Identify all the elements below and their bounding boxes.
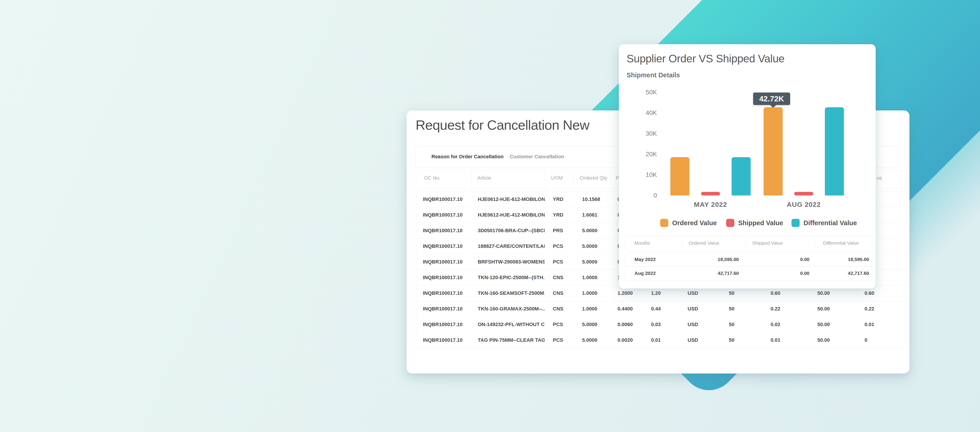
legend-label: Ordered Value [672,219,717,227]
x-axis-label: MAY 2022 [676,201,745,208]
table-cell: CNS [545,306,573,312]
table-cell: 0.22 [849,306,907,312]
table-cell: BRFSHTW-290083-WOMENS... [471,259,545,265]
chart-bar-differential-value[interactable] [825,107,844,195]
table-cell: 50 [715,337,756,343]
table-cell: 5.0000 [573,322,610,327]
y-axis-tick: 30K [619,130,657,137]
chart-bar-ordered-value[interactable] [764,107,783,195]
chart-bar-shipped-value[interactable] [701,192,720,195]
table-row[interactable]: INQBR100017.10ON-149232-PFL-WITHOUT C...… [417,316,906,332]
summary-table-row: Aug 202242,717.600.0042,717.60 [625,266,872,280]
y-axis-tick: 0 [619,192,657,199]
table-cell: USD [679,290,715,296]
table-cell: 10.1568 [573,196,610,202]
chart-bar-differential-value[interactable] [732,157,751,195]
x-axis-label: AUG 2022 [770,201,838,208]
table-cell: 1.0000 [573,306,610,312]
legend-label: Shipped Value [738,219,783,227]
table-row[interactable]: INQBR100017.10TAG PIN-75MM--CLEAR TAG...… [417,332,906,348]
table-cell: 50 [715,322,756,327]
legend-item[interactable]: Shipped Value [726,219,783,227]
table-row[interactable]: INQBR100017.10TKN-160-GRAMAX-2500M--...C… [417,301,906,316]
table-cell: 50 [715,290,756,296]
table-cell: 1.6061 [573,212,610,218]
summary-column-header: Shipped Value [746,238,815,248]
table-cell: 0.01 [849,322,907,327]
table-cell: USD [679,306,715,312]
table-cell: 0.0020 [610,337,644,343]
table-cell: HJE0612-HJE-412-MOBILON-... [471,212,545,218]
legend-label: Differential Value [803,219,857,227]
legend-swatch-icon [660,219,668,227]
summary-table-cell: May 2022 [625,257,682,262]
table-cell: INQBR100017.10 [417,337,471,343]
table-cell: 0.60 [756,290,801,296]
page-title: Request for Cancellation New [415,117,589,133]
summary-table-header: MonthsOrdered ValueShipped ValueDifferen… [625,236,872,250]
table-cell: CNS [545,275,573,281]
table-cell: INQBR100017.10 [417,212,471,218]
table-cell: INQBR100017.10 [417,290,471,296]
summary-table-cell: 0.00 [746,257,815,262]
table-cell: INQBR100017.10 [417,243,471,249]
table-cell: USD [679,337,715,343]
y-axis-tick: 10K [619,171,657,178]
legend-item[interactable]: Differential Value [791,219,857,227]
table-cell: PCS [545,322,573,327]
table-cell: INQBR100017.10 [417,306,471,312]
column-header: OC No. [417,171,471,189]
table-cell: 0.02 [756,322,801,327]
summary-table-cell: 0.00 [746,270,815,276]
summary-table-cell: 42,717.60 [682,270,746,276]
table-cell: 0.22 [756,306,801,312]
y-axis-tick: 20K [619,151,657,158]
table-cell: PCS [545,259,573,265]
table-cell: 50.00 [801,306,849,312]
summary-table-row: May 202218,595.000.0018,595.00 [625,253,872,266]
table-cell: INQBR100017.10 [417,322,471,327]
table-cell: YRD [545,212,573,218]
summary-table-cell: 18,595.00 [682,257,746,262]
table-cell: HJE0612-HJE-612-MOBILON-... [471,196,545,202]
table-cell: 0.60 [849,290,907,296]
table-cell: INQBR100017.10 [417,196,471,202]
table-cell: YRD [545,196,573,202]
table-cell: 188827-CARE/CONTENT/LAB... [471,243,545,249]
table-cell: ON-149232-PFL-WITHOUT C... [471,322,545,327]
table-cell: TAG PIN-75MM--CLEAR TAG... [471,337,545,343]
column-header: Ordered Qty [573,171,610,189]
table-cell: INQBR100017.10 [417,259,471,265]
table-cell: 1.0000 [573,275,610,281]
summary-column-header: Months [625,238,682,248]
chart-bar-ordered-value[interactable] [670,157,689,195]
table-cell: PCS [545,337,573,343]
table-cell: 0 [849,337,907,343]
legend-swatch-icon [726,219,734,227]
legend-swatch-icon [791,219,800,227]
table-cell: 0.4400 [610,306,644,312]
table-cell: TKN-120-EPIC-2500M--(STH... [471,275,545,281]
table-cell: 5.0000 [573,259,610,265]
summary-table-cell: Aug 2022 [625,270,682,276]
legend-item[interactable]: Ordered Value [660,219,717,227]
summary-table-cell: 18,595.00 [815,257,872,262]
table-cell: 3D0501706-BRA-CUP--(SBCP... [471,228,545,233]
table-cell: 1.2000 [610,290,644,296]
chart-bar-shipped-value[interactable] [794,192,813,195]
page: Request for Cancellation New Reason for … [0,0,980,432]
reason-label: Reason for Order Cancellation [431,154,504,160]
table-cell: PRS [545,228,573,233]
table-cell: INQBR100017.10 [417,228,471,233]
table-cell: INQBR100017.10 [417,275,471,281]
column-header: UOM [545,171,573,189]
chart-card: Supplier Order VS Shipped Value Shipment… [619,44,876,289]
column-header: Article [471,171,545,189]
summary-column-header: Ordered Value [682,238,746,248]
table-cell: 0.01 [756,337,801,343]
reason-value: Customer Cancellation [510,154,564,160]
y-axis-tick: 40K [619,109,657,117]
table-cell: USD [679,322,715,327]
table-cell: PCS [545,243,573,249]
table-cell: 50.00 [801,290,849,296]
